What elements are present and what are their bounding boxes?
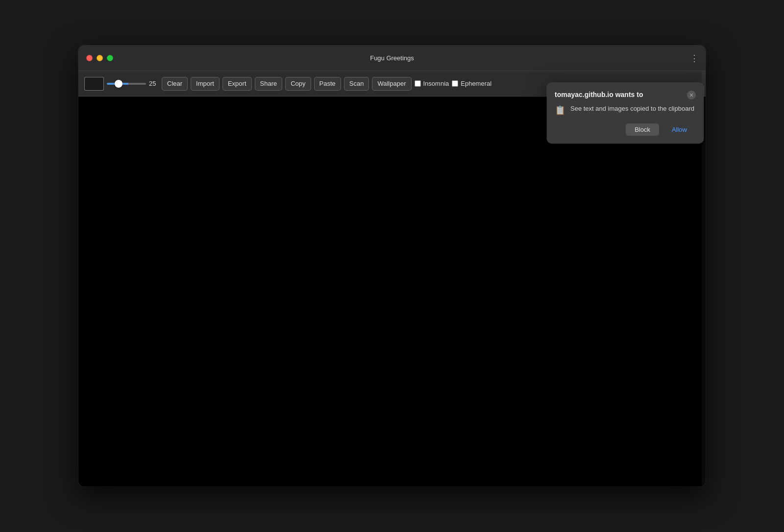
popup-close-button[interactable]: × [687,91,696,99]
window-title: Fugu Greetings [370,54,414,62]
paste-button[interactable]: Paste [314,77,341,91]
close-button[interactable] [86,55,93,61]
import-button[interactable]: Import [191,77,220,91]
slider-container: 25 [107,80,159,87]
ephemeral-checkbox[interactable] [452,80,458,87]
block-button[interactable]: Block [626,123,659,136]
popup-description: See text and images copied to the clipbo… [570,104,694,113]
ephemeral-checkbox-label[interactable]: Ephemeral [452,80,491,87]
scan-button[interactable]: Scan [344,77,369,91]
copy-button[interactable]: Copy [285,77,311,91]
permission-popup: tomayac.github.io wants to × 📋 See text … [547,83,704,144]
maximize-button[interactable] [107,55,113,61]
allow-button[interactable]: Allow [663,123,696,136]
slider-value: 25 [149,80,159,87]
insomnia-checkbox-label[interactable]: Insomnia [415,80,449,87]
export-button[interactable]: Export [222,77,252,91]
traffic-lights [86,55,113,61]
canvas-area[interactable] [78,97,706,486]
color-swatch[interactable] [84,77,104,91]
menu-icon[interactable]: ⋮ [690,54,699,63]
insomnia-checkbox[interactable] [415,80,421,87]
minimize-button[interactable] [97,55,103,61]
size-slider[interactable] [107,83,146,85]
popup-header: tomayac.github.io wants to × [555,91,696,99]
clear-button[interactable]: Clear [162,77,188,91]
title-bar: Fugu Greetings ⋮ [78,46,706,71]
clipboard-icon: 📋 [555,105,565,116]
wallpaper-button[interactable]: Wallpaper [372,77,411,91]
popup-actions: Block Allow [555,123,696,136]
share-button[interactable]: Share [255,77,283,91]
popup-body: 📋 See text and images copied to the clip… [555,104,696,116]
popup-site: tomayac.github.io wants to [555,91,643,98]
mac-window: Fugu Greetings ⋮ 25 Clear Import Export … [78,46,706,486]
